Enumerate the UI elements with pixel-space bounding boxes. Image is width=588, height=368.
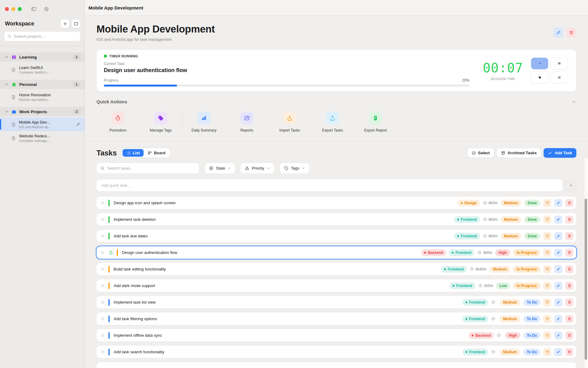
state-filter-dropdown[interactable]: State	[205, 163, 235, 174]
quick-action[interactable]: Daily Summary	[183, 112, 225, 132]
edit-task-button[interactable]	[554, 232, 562, 240]
edit-task-button[interactable]	[554, 249, 562, 257]
edit-project-button[interactable]	[553, 28, 564, 38]
search-tasks-input[interactable]	[107, 166, 196, 171]
delete-task-button[interactable]	[565, 216, 573, 224]
quick-add-task-input[interactable]	[101, 183, 558, 188]
delete-project-button[interactable]	[566, 28, 576, 38]
chevron-down-icon[interactable]	[5, 55, 9, 59]
drag-handle-icon[interactable]	[100, 234, 105, 238]
quick-action[interactable]: Export Report	[354, 112, 397, 132]
quick-action[interactable]: Export Tasks	[311, 112, 354, 132]
quick-action[interactable]: Manage Tags	[139, 112, 182, 132]
workspace-title: Workspace	[5, 21, 58, 27]
drag-handle-icon[interactable]	[100, 267, 105, 271]
drag-handle-icon[interactable]	[100, 284, 105, 287]
drag-handle-icon[interactable]	[100, 317, 105, 320]
sidebar-section-header[interactable]: Personal 1	[0, 80, 85, 89]
archived-tasks-button[interactable]: Archived Tasks	[497, 148, 541, 158]
priority-filter-dropdown[interactable]: Priority	[240, 163, 274, 174]
edit-task-button[interactable]	[554, 298, 562, 306]
scrollbar-thumb[interactable]	[585, 199, 587, 360]
settings-icon[interactable]	[43, 6, 49, 12]
archive-task-button[interactable]	[543, 216, 551, 224]
task-row[interactable]: Implement task list view Frontend Medium…	[96, 296, 576, 309]
sidebar-project-item[interactable]: Home Renovation Kitchen and bathro...	[0, 90, 85, 104]
archive-task-button[interactable]	[543, 265, 551, 273]
task-row[interactable]: Add dark mode support Frontend 2h0m Low …	[96, 279, 576, 292]
close-window-button[interactable]	[5, 7, 9, 11]
play-button[interactable]	[531, 58, 548, 69]
task-row[interactable]: Implement task deletion Frontend 4h0m Me…	[96, 213, 576, 226]
delete-task-button[interactable]	[565, 332, 573, 339]
quick-action[interactable]: Pomodoro	[96, 112, 139, 132]
project-search-box[interactable]	[4, 32, 80, 41]
archive-task-button[interactable]	[543, 298, 551, 306]
delete-task-button[interactable]	[565, 249, 573, 257]
archive-task-button[interactable]	[543, 332, 551, 339]
minimize-window-button[interactable]	[11, 7, 15, 11]
task-row[interactable]: Build task editing functionality Fronten…	[96, 263, 576, 275]
quick-action[interactable]: Import Tasks	[268, 112, 311, 132]
close-timer-button[interactable]	[551, 72, 568, 83]
edit-task-button[interactable]	[554, 315, 562, 323]
task-row[interactable]: Implement offline data sync Backend High…	[96, 329, 576, 342]
chevron-down-icon[interactable]	[5, 110, 9, 113]
edit-task-button[interactable]	[554, 348, 562, 356]
quick-action[interactable]: Reports	[225, 112, 268, 132]
tags-filter-dropdown[interactable]: Tags	[280, 163, 309, 174]
archive-task-button[interactable]	[543, 232, 551, 240]
edit-task-button[interactable]	[554, 199, 562, 207]
pause-button[interactable]	[551, 58, 568, 69]
edit-task-button[interactable]	[554, 216, 562, 224]
delete-task-button[interactable]	[565, 315, 573, 323]
stop-button[interactable]	[531, 72, 548, 83]
zoom-window-button[interactable]	[18, 7, 22, 11]
task-row[interactable]: Add task filtering options Frontend Medi…	[96, 312, 576, 325]
edit-task-button[interactable]	[554, 265, 562, 273]
drag-handle-icon[interactable]	[100, 334, 105, 337]
sidebar-project-item[interactable]: Learn SwiftUI Complete SwiftUI c...	[0, 63, 85, 77]
tab-board-view[interactable]: Board	[144, 149, 169, 157]
search-projects-input[interactable]	[14, 34, 77, 39]
tab-list-view[interactable]: List	[123, 149, 144, 157]
task-row[interactable]: Add task search functionality Frontend M…	[96, 346, 576, 358]
archive-task-button[interactable]	[543, 282, 551, 290]
sidebar-project-item[interactable]: Mobile App Dev... iOS and Android ap...	[0, 117, 85, 131]
pencil-icon[interactable]	[76, 122, 80, 126]
edit-task-button[interactable]	[554, 332, 562, 339]
drag-handle-icon[interactable]	[100, 301, 105, 304]
sidebar-toggle-icon[interactable]	[31, 6, 37, 12]
drag-handle-icon[interactable]	[100, 350, 105, 354]
sidebar-project-item[interactable]: Website Redesi... Complete redesign...	[0, 131, 85, 145]
drag-handle-icon[interactable]	[100, 201, 105, 205]
task-search-box[interactable]	[96, 163, 199, 174]
drag-handle-icon[interactable]	[100, 218, 105, 221]
delete-task-button[interactable]	[565, 282, 573, 290]
quick-add-task-box[interactable]	[96, 179, 563, 191]
drag-handle-icon[interactable]	[100, 251, 105, 254]
section-count-badge: 1	[74, 82, 80, 87]
archive-task-button[interactable]	[543, 348, 551, 356]
delete-task-button[interactable]	[565, 298, 573, 306]
chevron-up-icon[interactable]	[572, 99, 576, 104]
archive-task-button[interactable]	[543, 249, 551, 257]
delete-task-button[interactable]	[565, 199, 573, 207]
add-task-button[interactable]: Add Task	[544, 148, 576, 158]
archive-task-button[interactable]	[543, 315, 551, 323]
archive-task-button[interactable]	[543, 199, 551, 207]
add-project-button[interactable]	[61, 19, 69, 28]
delete-task-button[interactable]	[565, 265, 573, 273]
task-row[interactable]: Design user authentication flow BackendF…	[96, 246, 576, 259]
new-folder-button[interactable]	[72, 19, 80, 28]
edit-task-button[interactable]	[554, 282, 562, 290]
delete-task-button[interactable]	[565, 348, 573, 356]
sidebar-section-header[interactable]: Learning 1	[0, 52, 85, 62]
chevron-down-icon[interactable]	[5, 82, 9, 86]
delete-task-button[interactable]	[565, 232, 573, 240]
quick-add-task-button[interactable]	[566, 180, 576, 191]
task-row[interactable]: Design app icon and splash screen Design…	[96, 197, 576, 209]
select-button[interactable]: Select	[467, 148, 494, 158]
sidebar-section-header[interactable]: Work Projects 2	[0, 107, 85, 116]
task-row[interactable]: Add task due dates Frontend 4h0m Medium …	[96, 230, 576, 242]
